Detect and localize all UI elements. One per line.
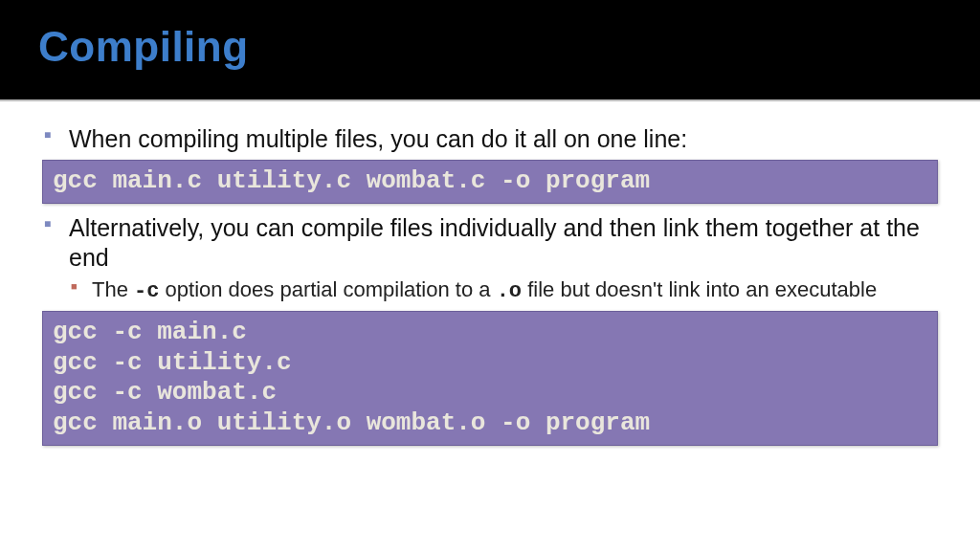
code-block-multi-line: gcc -c main.c gcc -c utility.c gcc -c wo… xyxy=(42,311,938,446)
sub-bullet-text-pre: The xyxy=(92,277,134,301)
sub-bullet-list: The -c option does partial compilation t… xyxy=(69,276,938,305)
bullet-text: When compiling multiple files, you can d… xyxy=(69,125,687,152)
slide-body: When compiling multiple files, you can d… xyxy=(0,101,980,446)
inline-code-option: -c xyxy=(134,279,159,303)
title-bar: Compiling xyxy=(0,0,980,99)
slide: Compiling When compiling multiple files,… xyxy=(0,0,980,551)
bullet-item: Alternatively, you can compile files ind… xyxy=(42,213,938,305)
code-block-single-line: gcc main.c utility.c wombat.c -o program xyxy=(42,160,938,204)
slide-title: Compiling xyxy=(38,23,942,71)
bullet-item: When compiling multiple files, you can d… xyxy=(42,124,938,154)
sub-bullet-text-post: file but doesn't link into an executable xyxy=(522,277,877,301)
inline-code-ext: .o xyxy=(497,279,522,303)
bullet-list: When compiling multiple files, you can d… xyxy=(42,124,938,154)
bullet-text: Alternatively, you can compile files ind… xyxy=(69,214,920,271)
sub-bullet-text-mid: option does partial compilation to a xyxy=(159,277,496,301)
sub-bullet-item: The -c option does partial compilation t… xyxy=(69,276,938,305)
bullet-list: Alternatively, you can compile files ind… xyxy=(42,213,938,305)
